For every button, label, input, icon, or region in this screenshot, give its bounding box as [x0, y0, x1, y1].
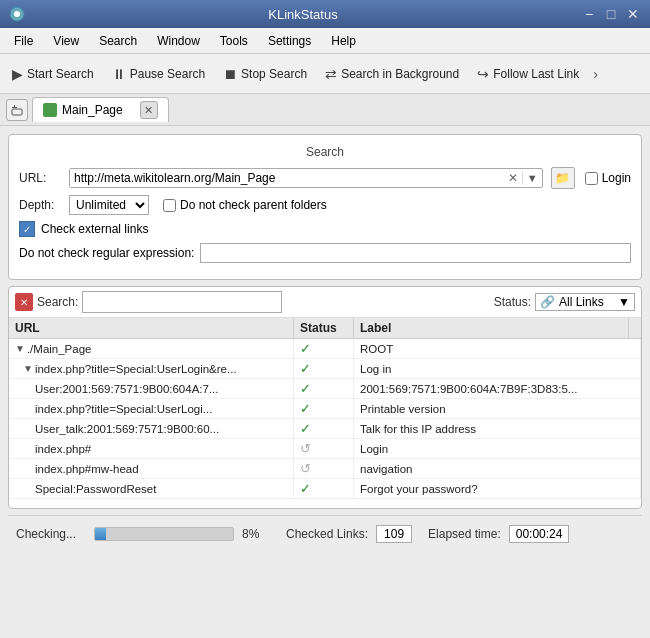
login-checkbox-area: Login [585, 171, 631, 185]
row-status: ↺ [294, 459, 354, 478]
progress-bar-fill [95, 528, 106, 540]
pause-icon: ⏸ [112, 66, 126, 82]
svg-point-1 [14, 11, 20, 17]
elapsed-time-label: Elapsed time: [428, 527, 501, 541]
row-status: ✓ [294, 359, 354, 378]
start-search-button[interactable]: ▶ Start Search [4, 63, 102, 85]
table-row[interactable]: index.php#mw-head ↺ navigation [9, 459, 641, 479]
status-check-icon: ✓ [300, 361, 311, 376]
stop-icon: ⏹ [223, 66, 237, 82]
status-dropdown-icon: 🔗 [540, 295, 555, 309]
row-url: index.php# [9, 439, 294, 458]
status-redirect-icon: ↺ [300, 461, 311, 476]
url-input[interactable] [70, 169, 504, 187]
table-row[interactable]: Special:PasswordReset ✓ Forgot your pass… [9, 479, 641, 499]
check-parent-area: Do not check parent folders [163, 198, 327, 212]
status-dropdown-arrow: ▼ [618, 295, 630, 309]
table-row[interactable]: User:2001:569:7571:9B00:604A:7... ✓ 2001… [9, 379, 641, 399]
status-dropdown[interactable]: 🔗 All Links ▼ [535, 293, 635, 311]
results-table: URL Status Label ▼ ./Main_Page ✓ ROOT [9, 318, 641, 508]
main-content: Search URL: ✕ ▼ 📁 Login Depth: Unlimited [0, 126, 650, 559]
svg-rect-3 [12, 109, 22, 115]
table-row[interactable]: index.php?title=Special:UserLogi... ✓ Pr… [9, 399, 641, 419]
menu-file[interactable]: File [4, 32, 43, 50]
menubar: File View Search Window Tools Settings H… [0, 28, 650, 54]
table-header: URL Status Label [9, 318, 641, 339]
row-url: index.php?title=Special:UserLogi... [9, 399, 294, 418]
row-label: ROOT [354, 339, 641, 358]
tab-favicon [43, 103, 57, 117]
row-status: ✓ [294, 339, 354, 358]
svg-rect-4 [14, 105, 15, 108]
row-status: ↺ [294, 439, 354, 458]
search-background-button[interactable]: ⇄ Search in Background [317, 63, 467, 85]
close-button[interactable]: ✕ [624, 6, 642, 22]
search-panel: Search URL: ✕ ▼ 📁 Login Depth: Unlimited [8, 134, 642, 280]
check-external-label: Check external links [41, 222, 148, 236]
column-status: Status [294, 318, 354, 338]
follow-last-link-label: Follow Last Link [493, 67, 579, 81]
status-check-icon: ✓ [300, 421, 311, 436]
row-url: ▼ index.php?title=Special:UserLogin&re..… [9, 359, 294, 378]
table-row[interactable]: User_talk:2001:569:7571:9B00:60... ✓ Tal… [9, 419, 641, 439]
titlebar: KLinkStatus − □ ✕ [0, 0, 650, 28]
toolbar-more-button[interactable]: › [589, 64, 602, 84]
toolbar: ▶ Start Search ⏸ Pause Search ⏹ Stop Sea… [0, 54, 650, 94]
status-check-icon: ✓ [300, 401, 311, 416]
status-redirect-icon: ↺ [300, 441, 311, 456]
new-tab-button[interactable] [6, 99, 28, 121]
row-url: index.php#mw-head [9, 459, 294, 478]
stop-search-button[interactable]: ⏹ Stop Search [215, 63, 315, 85]
login-checkbox[interactable] [585, 172, 598, 185]
main-page-tab[interactable]: Main_Page ✕ [32, 97, 169, 122]
check-external-checkbox[interactable]: ✓ [19, 221, 35, 237]
check-external-row: ✓ Check external links [19, 221, 631, 237]
regex-label: Do not check regular expression: [19, 246, 194, 260]
menu-settings[interactable]: Settings [258, 32, 321, 50]
depth-select[interactable]: Unlimited [69, 195, 149, 215]
regex-input[interactable] [200, 243, 631, 263]
row-label: 2001:569:7571:9B00:604A:7B9F:3D83:5... [354, 379, 641, 398]
menu-search[interactable]: Search [89, 32, 147, 50]
menu-window[interactable]: Window [147, 32, 210, 50]
table-body[interactable]: ▼ ./Main_Page ✓ ROOT ▼ index.php?title=S… [9, 339, 641, 508]
forward-icon: ↪ [477, 66, 489, 82]
column-url: URL [9, 318, 294, 338]
table-row[interactable]: ▼ ./Main_Page ✓ ROOT [9, 339, 641, 359]
maximize-button[interactable]: □ [602, 6, 620, 22]
row-status: ✓ [294, 419, 354, 438]
status-check-icon: ✓ [300, 381, 311, 396]
check-parent-checkbox[interactable] [163, 199, 176, 212]
url-folder-button[interactable]: 📁 [551, 167, 575, 189]
search-panel-title: Search [19, 145, 631, 159]
tab-close-button[interactable]: ✕ [140, 101, 158, 119]
table-row[interactable]: ▼ index.php?title=Special:UserLogin&re..… [9, 359, 641, 379]
search-clear-button[interactable]: ✕ [15, 293, 33, 311]
url-clear-button[interactable]: ✕ [504, 170, 522, 186]
play-icon: ▶ [12, 66, 23, 82]
status-check-icon: ✓ [300, 341, 311, 356]
search-input[interactable] [82, 291, 282, 313]
status-dropdown-value: All Links [559, 295, 604, 309]
search-results-bar: ✕ Search: Status: 🔗 All Links ▼ [9, 287, 641, 318]
menu-help[interactable]: Help [321, 32, 366, 50]
menu-tools[interactable]: Tools [210, 32, 258, 50]
progress-percent: 8% [242, 527, 270, 541]
checking-status-text: Checking... [16, 527, 86, 541]
url-dropdown-button[interactable]: ▼ [522, 171, 542, 185]
url-label: URL: [19, 171, 63, 185]
follow-last-link-button[interactable]: ↪ Follow Last Link [469, 63, 587, 85]
url-input-wrapper: ✕ ▼ [69, 168, 543, 188]
menu-view[interactable]: View [43, 32, 89, 50]
minimize-button[interactable]: − [580, 6, 598, 22]
url-row: URL: ✕ ▼ 📁 Login [19, 167, 631, 189]
table-row[interactable]: index.php# ↺ Login [9, 439, 641, 459]
row-url: ▼ ./Main_Page [9, 339, 294, 358]
stop-search-label: Stop Search [241, 67, 307, 81]
search-label: Search: [37, 295, 78, 309]
pause-search-button[interactable]: ⏸ Pause Search [104, 63, 213, 85]
row-label: Printable version [354, 399, 641, 418]
search-background-label: Search in Background [341, 67, 459, 81]
status-check-icon: ✓ [300, 481, 311, 496]
row-status: ✓ [294, 379, 354, 398]
